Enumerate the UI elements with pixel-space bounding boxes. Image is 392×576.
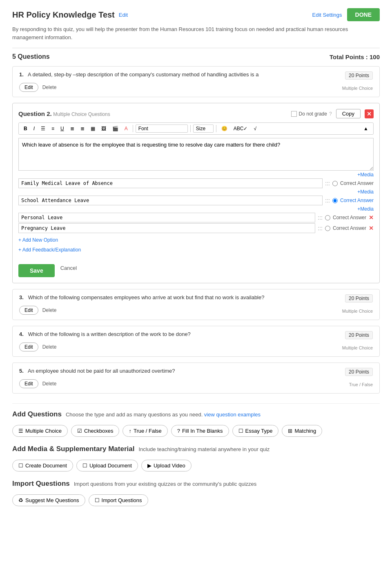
title-edit-link[interactable]: Edit (119, 12, 128, 18)
option-1-container: +Media ::: Correct Answer (18, 172, 374, 188)
option-4-input[interactable] (18, 223, 315, 233)
image-button[interactable]: 🖼 (99, 125, 109, 133)
upload-document-button[interactable]: ☐ Upload Document (76, 460, 138, 471)
upload-video-button[interactable]: ▶ Upload Video (141, 460, 192, 471)
color-button[interactable]: A (122, 125, 130, 133)
type-true-false-button[interactable]: ↑ True / False (122, 425, 167, 437)
add-option-link[interactable]: + Add New Option (18, 237, 58, 243)
header-right: Edit Settings DONE (312, 8, 380, 21)
help-icon: ? (329, 111, 332, 117)
question-4-delete-link[interactable]: Delete (42, 344, 57, 350)
size-selector[interactable]: Size 12 14 16 (193, 125, 214, 133)
question-3-points: 20 Points (345, 294, 373, 302)
question-1-type: Multiple Choice (342, 86, 373, 91)
do-not-grade-label: Do not grade (299, 111, 327, 117)
question-3-delete-link[interactable]: Delete (42, 307, 57, 313)
question-1-delete-link[interactable]: Delete (42, 85, 57, 90)
import-icon: ☐ (95, 497, 100, 503)
question-1-edit-button[interactable]: Edit (19, 83, 38, 92)
save-button[interactable]: Save (18, 264, 55, 277)
do-not-grade-container: Do not grade ? (291, 111, 332, 117)
header-left: HR Policy Knowledge Test Edit (12, 10, 128, 20)
type-essay-button[interactable]: ☐ Essay Type (232, 425, 279, 437)
question-5-points: 20 Points (345, 368, 373, 376)
type-checkboxes-button[interactable]: ☑ Checkboxes (71, 425, 120, 437)
option-4-radio[interactable] (325, 226, 330, 231)
scroll-up-button[interactable]: ▲ (361, 125, 371, 133)
question-3-edit-button[interactable]: Edit (19, 306, 38, 315)
font-selector[interactable]: Font Arial Times New Roman (136, 125, 188, 133)
align-right-button[interactable]: ≣ (78, 125, 87, 133)
option-2-radio[interactable] (332, 198, 338, 203)
upload-video-label: Upload Video (154, 463, 185, 469)
true-false-icon: ↑ (129, 428, 131, 434)
option-3-radio[interactable] (325, 215, 330, 220)
option-3-container: +Media ::: Correct Answer ✕ (18, 206, 374, 222)
option-1-drag-handle: ::: (325, 180, 330, 187)
option-3-input[interactable] (18, 213, 315, 222)
option-1-radio[interactable] (332, 181, 338, 186)
suggest-questions-button[interactable]: ♻ Suggest Me Questions (12, 494, 85, 506)
type-fill-blanks-button[interactable]: ? Fill In The Blanks (171, 425, 229, 437)
option-2-correct-label: Correct Answer (340, 198, 374, 203)
question-row-5: 5. An employee should not be paid for al… (12, 363, 380, 394)
spellcheck-button[interactable]: ABC✓ (231, 125, 250, 133)
add-questions-title: Add Questions (12, 410, 62, 418)
formula-button[interactable]: √ (251, 125, 259, 133)
add-feedback-link[interactable]: + Add Feedback/Explanation (18, 247, 374, 253)
question-5-delete-link[interactable]: Delete (42, 381, 57, 387)
underline-button[interactable]: U (58, 125, 67, 133)
copy-button[interactable]: Copy (336, 109, 361, 118)
close-editor-button[interactable]: ✕ (365, 109, 374, 118)
cancel-link[interactable]: Cancel (60, 265, 77, 271)
option-3-media-link[interactable]: +Media (18, 206, 374, 212)
option-1-media-link[interactable]: +Media (18, 172, 374, 178)
add-media-subtitle: Include teaching/training material anywh… (138, 446, 270, 452)
suggest-icon: ♻ (18, 497, 23, 503)
create-document-button[interactable]: ☐ Create Document (12, 460, 73, 471)
done-button[interactable]: DONE (347, 8, 380, 21)
matching-icon: ⊞ (288, 428, 292, 434)
fill-blanks-label: Fill In The Blanks (182, 428, 223, 434)
option-2-input[interactable] (18, 196, 323, 205)
option-4-delete-button[interactable]: ✕ (369, 225, 374, 231)
question-5-text: 5. An employee should not be paid for al… (19, 368, 340, 374)
multiple-choice-icon: ☰ (18, 428, 23, 434)
page-header: HR Policy Knowledge Test Edit Edit Setti… (12, 8, 380, 21)
editor-subtitle-text: Multiple Choice Questions (53, 111, 110, 117)
option-2-media-link[interactable]: +Media (18, 189, 374, 195)
import-section: Import Questions Import questions from y… (12, 480, 380, 506)
upload-document-label: Upload Document (89, 463, 132, 469)
bold-button[interactable]: B (21, 125, 30, 133)
option-3-delete-button[interactable]: ✕ (369, 214, 374, 221)
add-media-title: Add Media & Supplementary Material (12, 445, 134, 453)
import-questions-button[interactable]: ☐ Import Questions (89, 494, 148, 506)
question-5-edit-button[interactable]: Edit (19, 379, 38, 388)
question-row-3: 3. Which of the following compensates em… (12, 289, 380, 320)
option-1-input[interactable] (18, 178, 323, 188)
editor-header-controls: Do not grade ? Copy ✕ (291, 109, 374, 118)
option-3-row: ::: Correct Answer ✕ (18, 213, 374, 222)
type-multiple-choice-button[interactable]: ☰ Multiple Choice (12, 425, 68, 437)
questions-count: 5 Questions (12, 53, 50, 60)
edit-settings-link[interactable]: Edit Settings (312, 12, 342, 18)
create-document-label: Create Document (25, 463, 67, 469)
media-button[interactable]: 🎬 (110, 125, 121, 133)
essay-icon: ☐ (238, 428, 243, 434)
question-textarea[interactable]: Which leave of absence is for the employ… (18, 138, 374, 171)
question-1-text: 1. A detailed, step-by –step description… (19, 71, 340, 78)
option-3-correct-label: Correct Answer (333, 215, 366, 220)
table-button[interactable]: ▦ (88, 125, 98, 133)
ordered-list-button[interactable]: ☰ (38, 125, 48, 133)
option-4-container: ::: Correct Answer ✕ (18, 223, 374, 233)
question-4-edit-button[interactable]: Edit (19, 342, 38, 351)
toolbar-separator-1 (133, 125, 133, 132)
question-4-header: 4. Which of the following is a written d… (19, 331, 373, 339)
type-matching-button[interactable]: ⊞ Matching (282, 425, 322, 437)
emoji-button[interactable]: 😊 (219, 125, 230, 133)
italic-button[interactable]: I (31, 125, 37, 133)
unordered-list-button[interactable]: ≡ (49, 125, 57, 133)
align-left-button[interactable]: ≣ (68, 125, 77, 133)
question-row-4: 4. Which of the following is a written d… (12, 326, 380, 357)
view-examples-link[interactable]: view question examples (204, 411, 261, 418)
